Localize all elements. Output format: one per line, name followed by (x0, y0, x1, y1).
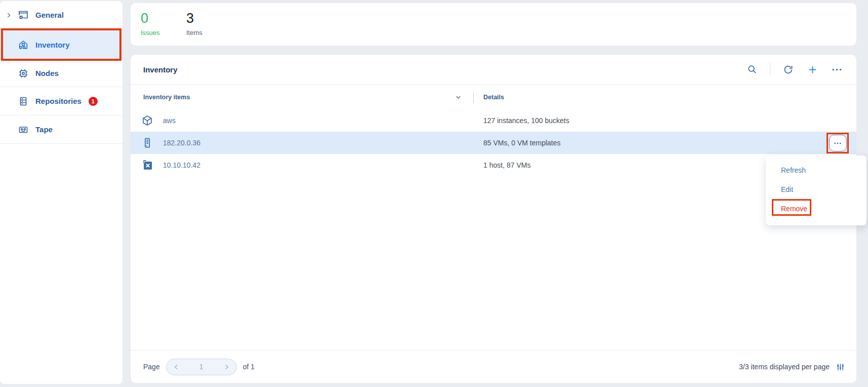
items-per-page-info: 3/3 items displayed per page (739, 362, 845, 372)
row-context-menu: Refresh Edit Remove (766, 156, 866, 225)
chevron-left-icon[interactable] (173, 363, 180, 371)
items-label: Items (186, 29, 206, 36)
sliders-icon[interactable] (836, 362, 845, 372)
issues-stat[interactable]: 0 Issues (141, 10, 161, 46)
more-icon[interactable] (830, 63, 843, 76)
repositories-count-badge: 1 (89, 97, 98, 106)
item-name[interactable]: aws (163, 117, 176, 125)
general-gear-window-icon (17, 9, 29, 21)
panel-header: Inventory (131, 55, 856, 85)
inventory-panel: Inventory Inventory items Details (131, 55, 856, 383)
item-details: 1 host, 87 VMs (483, 161, 530, 169)
refresh-icon[interactable] (781, 63, 795, 76)
menu-item-remove[interactable]: Remove (766, 199, 866, 218)
column-header-inventory-items[interactable]: Inventory items (143, 94, 190, 101)
sidebar-item-repositories[interactable]: Repositories 1 (0, 87, 122, 115)
page-total-label: of 1 (243, 363, 255, 371)
items-per-page-label: 3/3 items displayed per page (739, 363, 830, 371)
add-icon[interactable] (806, 63, 819, 76)
repositories-stack-icon (17, 95, 29, 107)
row-more-button[interactable] (829, 135, 847, 151)
search-icon[interactable] (746, 63, 759, 76)
chevron-down-icon[interactable] (454, 93, 462, 101)
issues-label: Issues (141, 29, 161, 36)
table-empty-space (131, 176, 856, 350)
item-details: 127 instances, 100 buckets (483, 117, 569, 125)
items-stat[interactable]: 3 Items (186, 10, 206, 46)
menu-item-edit[interactable]: Edit (766, 180, 866, 199)
page-number-value[interactable]: 1 (199, 363, 203, 371)
sidebar-item-label: Inventory (35, 41, 70, 49)
sidebar: General Inventory Nodes (0, 1, 122, 384)
column-divider[interactable] (473, 91, 474, 103)
panel-title: Inventory (143, 65, 178, 74)
sidebar-item-nodes[interactable]: Nodes (0, 60, 122, 87)
page-stepper: 1 (166, 359, 237, 375)
column-header-details[interactable]: Details (483, 94, 504, 101)
table-row-selected[interactable]: 182.20.0.36 85 VMs, 0 VM templates (131, 132, 856, 154)
toolbar-divider (770, 63, 770, 76)
table-row[interactable]: 10.10.10.42 1 host, 87 VMs (131, 154, 856, 176)
item-details: 85 VMs, 0 VM templates (483, 139, 561, 147)
issues-count: 0 (141, 10, 161, 27)
sidebar-item-general[interactable]: General (0, 1, 122, 29)
item-name[interactable]: 10.10.10.42 (163, 161, 200, 169)
cloud-cube-icon (141, 114, 154, 127)
sidebar-item-label: Repositories (35, 97, 81, 105)
app-root: { "colors": { "annotation_red": "#e8380d… (0, 0, 868, 387)
tape-cassette-icon (17, 124, 29, 136)
sidebar-item-label: General (35, 11, 64, 19)
chevron-right-icon[interactable] (5, 12, 12, 19)
sidebar-item-label: Tape (35, 125, 53, 134)
panel-footer: Page 1 of 1 3/3 items displayed per page (131, 350, 856, 383)
item-name[interactable]: 182.20.0.36 (163, 139, 200, 147)
panel-toolbar (746, 63, 843, 76)
table-row[interactable]: aws 127 instances, 100 buckets (131, 109, 856, 132)
host-document-icon (141, 159, 154, 172)
sidebar-item-inventory[interactable]: Inventory (0, 29, 122, 60)
inventory-warehouse-icon (17, 38, 29, 51)
summary-stats-card: 0 Issues 3 Items (131, 3, 856, 46)
table-header-row: Inventory items Details (131, 85, 856, 109)
items-count: 3 (186, 10, 206, 27)
chevron-right-icon[interactable] (223, 363, 230, 371)
sidebar-item-label: Nodes (35, 69, 59, 78)
page-label: Page (143, 363, 160, 371)
sidebar-item-tape[interactable]: Tape (0, 115, 122, 144)
pagination: Page 1 of 1 (143, 359, 255, 375)
nodes-chip-icon (17, 67, 29, 80)
server-icon (141, 136, 154, 149)
menu-item-refresh[interactable]: Refresh (766, 161, 866, 180)
